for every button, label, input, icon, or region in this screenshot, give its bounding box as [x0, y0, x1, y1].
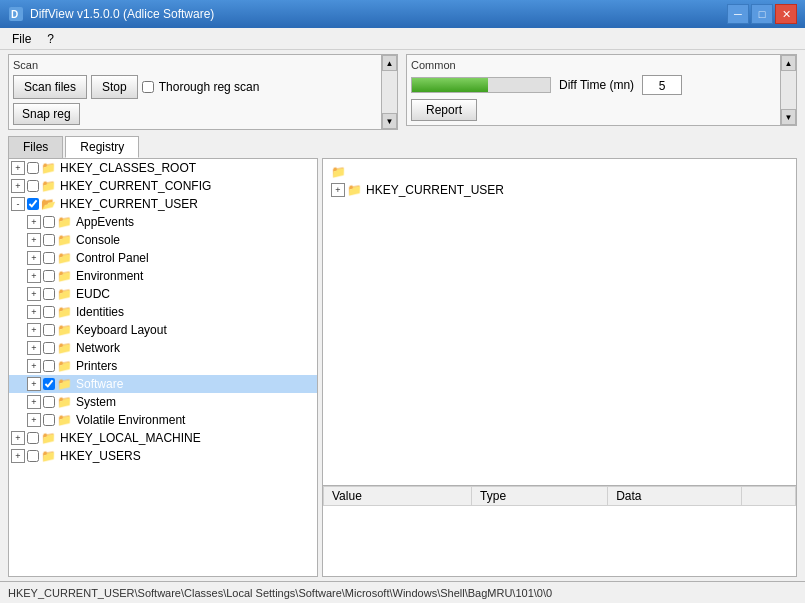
scroll-up-arrow[interactable]: ▲ — [382, 55, 397, 71]
label-local-machine: HKEY_LOCAL_MACHINE — [60, 431, 201, 445]
tree-item-console[interactable]: + 📁 Console — [9, 231, 317, 249]
expand-users[interactable]: + — [11, 449, 25, 463]
tree-item-users[interactable]: + 📁 HKEY_USERS — [9, 447, 317, 465]
scan-label: Scan — [13, 59, 393, 71]
stop-button[interactable]: Stop — [91, 75, 138, 99]
tree-item-control-panel[interactable]: + 📁 Control Panel — [9, 249, 317, 267]
expand-classes-root[interactable]: + — [11, 161, 25, 175]
common-panel: Common Diff Time (mn) 5 Report ▲ ▼ — [406, 54, 797, 126]
tree-item-volatile-env[interactable]: + 📁 Volatile Environment — [9, 411, 317, 429]
common-scroll-down[interactable]: ▼ — [781, 109, 796, 125]
expand-console[interactable]: + — [27, 233, 41, 247]
check-system[interactable] — [43, 396, 55, 408]
common-scroll-up[interactable]: ▲ — [781, 55, 796, 71]
check-printers[interactable] — [43, 360, 55, 372]
tree-item-eudc[interactable]: + 📁 EUDC — [9, 285, 317, 303]
col-value: Value — [324, 487, 472, 506]
thorough-scan-checkbox[interactable] — [142, 81, 154, 93]
check-current-config[interactable] — [27, 180, 39, 192]
check-software[interactable] — [43, 378, 55, 390]
expand-system[interactable]: + — [27, 395, 41, 409]
close-button[interactable]: ✕ — [775, 4, 797, 24]
tab-registry[interactable]: Registry — [65, 136, 139, 158]
col-extra — [742, 487, 796, 506]
menu-file[interactable]: File — [4, 30, 39, 48]
folder-icon-control-panel: 📁 — [57, 251, 73, 265]
tab-files[interactable]: Files — [8, 136, 63, 158]
expand-control-panel[interactable]: + — [27, 251, 41, 265]
check-eudc[interactable] — [43, 288, 55, 300]
menu-help[interactable]: ? — [39, 30, 62, 48]
registry-value-table: Value Type Data — [323, 486, 796, 576]
svg-text:D: D — [11, 9, 18, 20]
tree-panel-left[interactable]: + 📁 HKEY_CLASSES_ROOT + 📁 HKEY_CURRENT_C… — [8, 158, 318, 577]
check-control-panel[interactable] — [43, 252, 55, 264]
diff-time-value[interactable]: 5 — [642, 75, 682, 95]
expand-environment[interactable]: + — [27, 269, 41, 283]
folder-icon-software: 📁 — [57, 377, 73, 391]
thorough-scan-text: Thorough reg scan — [159, 80, 260, 94]
expand-keyboard-layout[interactable]: + — [27, 323, 41, 337]
check-local-machine[interactable] — [27, 432, 39, 444]
tree-item-network[interactable]: + 📁 Network — [9, 339, 317, 357]
expand-current-user[interactable]: - — [11, 197, 25, 211]
expand-eudc[interactable]: + — [27, 287, 41, 301]
label-software: Software — [76, 377, 123, 391]
label-identities: Identities — [76, 305, 124, 319]
maximize-button[interactable]: □ — [751, 4, 773, 24]
expand-current-config[interactable]: + — [11, 179, 25, 193]
expand-identities[interactable]: + — [27, 305, 41, 319]
common-scrollbar[interactable]: ▲ ▼ — [780, 55, 796, 125]
tree-item-environment[interactable]: + 📁 Environment — [9, 267, 317, 285]
check-users[interactable] — [27, 450, 39, 462]
label-system: System — [76, 395, 116, 409]
check-current-user[interactable] — [27, 198, 39, 210]
label-classes-root: HKEY_CLASSES_ROOT — [60, 161, 196, 175]
tree-item-software[interactable]: + 📁 Software — [9, 375, 317, 393]
tree-item-current-user[interactable]: - 📂 HKEY_CURRENT_USER — [9, 195, 317, 213]
minimize-button[interactable]: ─ — [727, 4, 749, 24]
folder-icon-printers: 📁 — [57, 359, 73, 373]
window-controls: ─ □ ✕ — [727, 4, 797, 24]
progress-bar — [411, 77, 551, 93]
tree-item-keyboard-layout[interactable]: + 📁 Keyboard Layout — [9, 321, 317, 339]
check-classes-root[interactable] — [27, 162, 39, 174]
expand-printers[interactable]: + — [27, 359, 41, 373]
label-appevents: AppEvents — [76, 215, 134, 229]
content-area: + 📁 HKEY_CLASSES_ROOT + 📁 HKEY_CURRENT_C… — [0, 158, 805, 581]
report-button[interactable]: Report — [411, 99, 477, 121]
scan-section: Scan Scan files Stop Thorough reg scan S… — [0, 50, 805, 132]
tree-item-printers[interactable]: + 📁 Printers — [9, 357, 317, 375]
expand-network[interactable]: + — [27, 341, 41, 355]
scroll-down-arrow[interactable]: ▼ — [382, 113, 397, 129]
check-appevents[interactable] — [43, 216, 55, 228]
scan-scrollbar[interactable]: ▲ ▼ — [381, 55, 397, 129]
tree-item-right-root[interactable]: 📁 — [327, 163, 792, 181]
menu-bar: File ? — [0, 28, 805, 50]
folder-icon-right-root: 📁 — [331, 165, 347, 179]
expand-appevents[interactable]: + — [27, 215, 41, 229]
check-console[interactable] — [43, 234, 55, 246]
check-identities[interactable] — [43, 306, 55, 318]
tree-item-appevents[interactable]: + 📁 AppEvents — [9, 213, 317, 231]
tree-item-system[interactable]: + 📁 System — [9, 393, 317, 411]
registry-tree-right[interactable]: 📁 + 📁 HKEY_CURRENT_USER — [323, 159, 796, 486]
label-current-user: HKEY_CURRENT_USER — [60, 197, 198, 211]
tree-item-current-config[interactable]: + 📁 HKEY_CURRENT_CONFIG — [9, 177, 317, 195]
scan-files-button[interactable]: Scan files — [13, 75, 87, 99]
check-environment[interactable] — [43, 270, 55, 282]
expand-local-machine[interactable]: + — [11, 431, 25, 445]
tree-item-classes-root[interactable]: + 📁 HKEY_CLASSES_ROOT — [9, 159, 317, 177]
check-keyboard-layout[interactable] — [43, 324, 55, 336]
tree-item-right-current-user[interactable]: + 📁 HKEY_CURRENT_USER — [327, 181, 792, 199]
expand-software[interactable]: + — [27, 377, 41, 391]
folder-icon-current-user: 📂 — [41, 197, 57, 211]
folder-icon-console: 📁 — [57, 233, 73, 247]
tree-item-local-machine[interactable]: + 📁 HKEY_LOCAL_MACHINE — [9, 429, 317, 447]
check-volatile-env[interactable] — [43, 414, 55, 426]
expand-right-current-user[interactable]: + — [331, 183, 345, 197]
expand-volatile-env[interactable]: + — [27, 413, 41, 427]
tree-item-identities[interactable]: + 📁 Identities — [9, 303, 317, 321]
check-network[interactable] — [43, 342, 55, 354]
snap-reg-button[interactable]: Snap reg — [13, 103, 80, 125]
